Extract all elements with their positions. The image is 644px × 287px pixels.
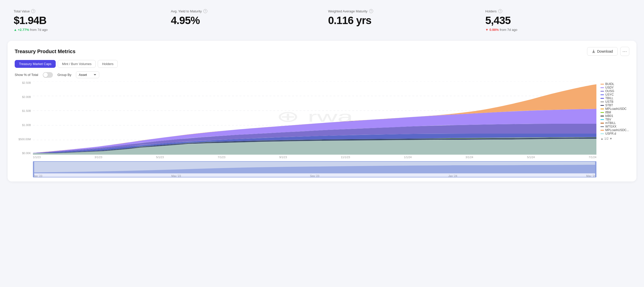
legend-item-TBILL: TBILL: [600, 96, 629, 100]
legend-dot-MPLcashUSDC: [600, 109, 604, 109]
legend-item-USTB: USTB: [600, 100, 629, 104]
show-pct-toggle[interactable]: [43, 72, 53, 78]
legend-label-MPLcashUSDC: MPLcashUSDC: [605, 107, 627, 111]
holders-amount: 5,435: [485, 15, 630, 26]
legend-dot-USTB: [600, 101, 604, 102]
controls-row: Show % of Total Group By Asset Protocol …: [15, 71, 629, 78]
legend-item-BUIDL: BUIDL: [600, 82, 629, 86]
legend-label-USYC: USYC: [605, 93, 614, 96]
x-label-7: 3/1/24: [466, 156, 473, 159]
legend-item-USFR.d: USFR.d: [600, 132, 629, 135]
holders-text: Holders: [485, 9, 497, 13]
area-chart-svg: ⊕ rwa: [33, 81, 596, 155]
weighted-maturity-text: Weighted Average Maturity: [328, 9, 368, 13]
tab-mint-burn-volumes[interactable]: Mint / Burn Volumes: [58, 60, 96, 68]
legend-label-mTBILL: mTBILL: [605, 121, 616, 125]
legend-item-tfBill: tfBill: [600, 111, 629, 114]
chart-svg-container: ⊕ rwa 1/1/23 3/1/23 5/1/23 7/1/23 9/1/23…: [33, 81, 596, 177]
legend-label-bIB01: bIB01: [605, 114, 613, 118]
legend-dot-tfBill: [600, 112, 604, 113]
chart-left: $2.50B $2.00B $1.50B $1.00B $500.00M $0.…: [15, 81, 596, 177]
chart-header-actions: Download ···: [587, 47, 629, 56]
mini-chart-svg: [33, 161, 596, 173]
x-label-8: 5/1/24: [527, 156, 535, 159]
legend-label-USDY: USDY: [605, 86, 614, 89]
legend-dot-TBILL: [600, 98, 604, 99]
avg-yield-text: Avg. Yield to Maturity: [171, 9, 202, 13]
total-value-info-icon[interactable]: ?: [31, 9, 35, 13]
mini-x-label-3: Jan '24: [448, 174, 457, 177]
group-by-select[interactable]: Asset Protocol Chain: [76, 71, 99, 78]
tab-treasury-market-caps[interactable]: Treasury Market Caps: [15, 60, 56, 68]
y-label-3: $1.00B: [22, 124, 31, 127]
legend-item-mTBILL: mTBILL: [600, 121, 629, 125]
x-label-9: 7/1/24: [589, 156, 596, 159]
x-label-5: 11/1/23: [341, 156, 350, 159]
holders-change-pct: 0.98%: [485, 28, 499, 32]
total-value-change-pct: +2.77%: [14, 28, 29, 32]
chart-header: Treasury Product Metrics Download ···: [15, 47, 629, 56]
tab-holders[interactable]: Holders: [98, 60, 118, 68]
group-by-label: Group By: [57, 73, 71, 77]
holders-change: 0.98% from 7d ago: [485, 28, 630, 32]
avg-yield-info-icon[interactable]: ?: [203, 9, 207, 13]
tab-row: Treasury Market Caps Mint / Burn Volumes…: [15, 60, 629, 68]
metric-weighted-maturity: Weighted Average Maturity ? 0.116 yrs: [322, 5, 479, 36]
download-button[interactable]: Download: [587, 47, 618, 56]
x-label-0: 1/1/23: [33, 156, 41, 159]
legend-dot-bIB01: [600, 116, 604, 116]
x-label-3: 7/1/23: [218, 156, 226, 159]
weighted-maturity-amount: 0.116 yrs: [328, 15, 473, 26]
legend-label-tfBill: tfBill: [605, 111, 611, 114]
legend-dot-USDY: [600, 87, 604, 88]
metrics-row: Total Value ? $1.94B +2.77% from 7d ago …: [8, 5, 636, 36]
chart-card: Treasury Product Metrics Download ··· Tr…: [8, 41, 636, 181]
metric-avg-yield: Avg. Yield to Maturity ? 4.95%: [165, 5, 322, 36]
x-label-4: 9/1/23: [279, 156, 287, 159]
legend-item-TBV: TBV: [600, 118, 629, 121]
metric-total-value: Total Value ? $1.94B +2.77% from 7d ago: [8, 5, 165, 36]
y-label-5: $0.00K: [22, 152, 31, 155]
legend-label-BUIDL: BUIDL: [605, 82, 614, 86]
avg-yield-amount: 4.95%: [171, 15, 316, 26]
legend-label-USTB: USTB: [605, 100, 613, 104]
more-options-button[interactable]: ···: [620, 47, 629, 56]
total-value-amount: $1.94B: [14, 15, 159, 26]
legend-item-MPLcashUSDC2: MPLcashUSDC...: [600, 128, 629, 132]
chart-wrapper: $2.50B $2.00B $1.50B $1.00B $500.00M $0.…: [15, 81, 629, 177]
y-label-4: $500.00M: [18, 138, 31, 141]
legend-label-TBILL: TBILL: [605, 96, 613, 100]
download-icon: [592, 50, 595, 53]
legend-dot-MPLcashUSDC2: [600, 130, 604, 131]
x-label-6: 1/1/24: [404, 156, 412, 159]
legend-item-WTGXX: WTGXX: [600, 125, 629, 128]
legend-label-MPLcashUSDC2: MPLcashUSDC...: [605, 128, 629, 132]
mini-x-label-2: Sep '23: [310, 174, 319, 177]
legend-label-OUSG: OUSG: [605, 89, 614, 93]
chart-legend: BUIDL USDY OUSG USYC TBILL USTB STBT MPL…: [596, 81, 629, 177]
legend-dot-USFR.d: [600, 133, 604, 134]
legend-pagination[interactable]: ▲ 1/2 ▼: [600, 137, 629, 140]
legend-item-USYC: USYC: [600, 93, 629, 96]
legend-label-WTGXX: WTGXX: [605, 125, 616, 128]
metric-total-value-label: Total Value ?: [14, 9, 159, 13]
legend-label-TBV: TBV: [605, 118, 611, 121]
toggle-knob: [43, 73, 48, 77]
x-label-2: 5/1/23: [156, 156, 164, 159]
legend-dot-STBT: [600, 105, 604, 106]
holders-change-suffix: from 7d ago: [500, 28, 517, 32]
holders-info-icon[interactable]: ?: [498, 9, 502, 13]
legend-dot-WTGXX: [600, 126, 604, 127]
metric-holders-label: Holders ?: [485, 9, 630, 13]
mini-navigator: Jan '23 May '23 Sep '23 Jan '24 May '24: [33, 161, 596, 177]
legend-item-USDY: USDY: [600, 86, 629, 89]
metric-weighted-maturity-label: Weighted Average Maturity ?: [328, 9, 473, 13]
legend-dot-OUSG: [600, 91, 604, 92]
legend-label-USFR.d: USFR.d: [605, 132, 616, 135]
y-label-0: $2.50B: [22, 81, 31, 84]
total-value-text: Total Value: [14, 9, 30, 13]
legend-dot-mTBILL: [600, 123, 604, 124]
weighted-maturity-info-icon[interactable]: ?: [369, 9, 373, 13]
download-label: Download: [597, 49, 613, 53]
y-label-1: $2.00B: [22, 95, 31, 98]
